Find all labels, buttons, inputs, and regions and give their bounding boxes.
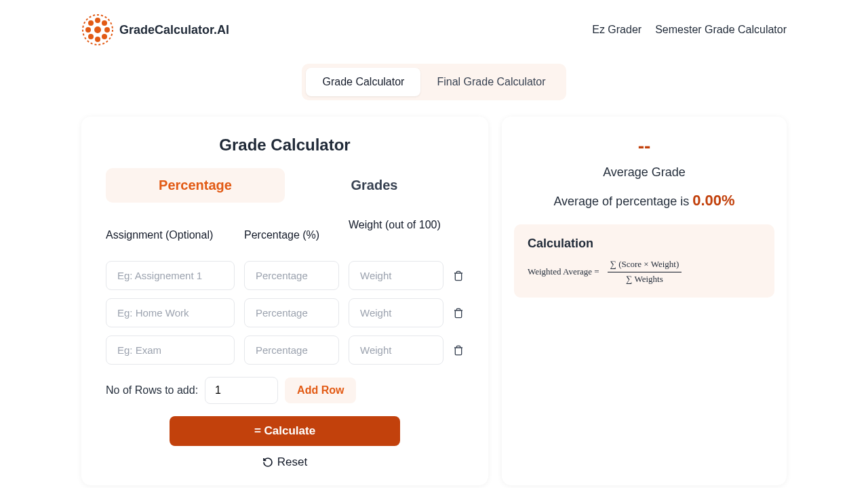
svg-point-7 — [88, 34, 94, 39]
reset-icon — [262, 457, 273, 468]
calculator-title: Grade Calculator — [106, 136, 464, 155]
svg-point-2 — [95, 37, 100, 42]
result-percentage-line: Average of percentage is 0.00% — [514, 192, 774, 209]
weight-input[interactable] — [349, 261, 443, 290]
assignment-input[interactable] — [106, 336, 235, 365]
col-weight: Weight (out of 100) — [349, 219, 443, 231]
formula-denominator: ∑ Weights — [626, 272, 663, 285]
reset-button[interactable]: Reset — [262, 455, 307, 469]
result-line-prefix: Average of percentage is — [553, 195, 692, 208]
add-row-count-input[interactable] — [205, 377, 278, 404]
top-nav: Ez Grader Semester Grade Calculator — [592, 24, 787, 36]
assignment-input[interactable] — [106, 261, 235, 290]
percentage-input[interactable] — [244, 261, 339, 290]
svg-point-1 — [95, 18, 100, 23]
formula-numerator: ∑ (Score × Weight) — [608, 259, 682, 272]
add-row-controls: No of Rows to add: Add Row — [106, 377, 464, 404]
nav-ez-grader[interactable]: Ez Grader — [592, 24, 642, 36]
tab-final-grade-calculator[interactable]: Final Grade Calculator — [420, 68, 561, 96]
result-grade-value: -- — [514, 136, 774, 157]
calculator-subtabs: Percentage Grades — [106, 168, 464, 203]
trash-icon[interactable] — [453, 344, 464, 357]
logo-icon — [81, 14, 114, 46]
formula-fraction: ∑ (Score × Weight) ∑ Weights — [608, 259, 682, 285]
grade-row — [106, 298, 464, 327]
main-tabs: Grade Calculator Final Grade Calculator — [302, 64, 566, 100]
grade-row — [106, 336, 464, 365]
add-row-button[interactable]: Add Row — [285, 378, 356, 403]
formula-lhs: Weighted Average = — [528, 266, 599, 277]
subtab-percentage[interactable]: Percentage — [106, 168, 285, 203]
reset-label: Reset — [277, 455, 307, 469]
col-assignment: Assignment (Optional) — [106, 219, 235, 251]
trash-icon[interactable] — [453, 306, 464, 320]
svg-point-8 — [102, 34, 107, 39]
svg-point-3 — [85, 27, 91, 33]
table-header: Assignment (Optional) Percentage (%) Wei… — [106, 219, 464, 251]
assignment-input[interactable] — [106, 298, 235, 327]
nav-semester-grade[interactable]: Semester Grade Calculator — [655, 24, 787, 36]
result-card: -- Average Grade Average of percentage i… — [502, 117, 787, 485]
grade-row — [106, 261, 464, 290]
logo-text: GradeCalculator.AI — [119, 23, 229, 37]
weight-input[interactable] — [349, 298, 443, 327]
logo[interactable]: GradeCalculator.AI — [81, 14, 229, 46]
result-grade-label: Average Grade — [514, 165, 774, 180]
percentage-input[interactable] — [244, 336, 339, 365]
calculation-box: Calculation Weighted Average = ∑ (Score … — [514, 224, 774, 298]
weight-input[interactable] — [349, 336, 443, 365]
svg-point-4 — [104, 27, 110, 33]
result-percentage-value: 0.00% — [692, 192, 734, 209]
svg-point-9 — [94, 26, 101, 33]
svg-point-6 — [102, 20, 107, 26]
calculation-title: Calculation — [528, 237, 761, 251]
trash-icon[interactable] — [453, 269, 464, 283]
percentage-input[interactable] — [244, 298, 339, 327]
col-percentage: Percentage (%) — [244, 219, 339, 251]
subtab-grades[interactable]: Grades — [285, 168, 464, 203]
svg-point-5 — [88, 20, 94, 26]
tab-grade-calculator[interactable]: Grade Calculator — [306, 68, 420, 96]
add-row-label: No of Rows to add: — [106, 384, 198, 396]
calculate-button[interactable]: = Calculate — [170, 416, 400, 446]
calculator-card: Grade Calculator Percentage Grades Assig… — [81, 117, 488, 485]
formula: Weighted Average = ∑ (Score × Weight) ∑ … — [528, 259, 761, 285]
